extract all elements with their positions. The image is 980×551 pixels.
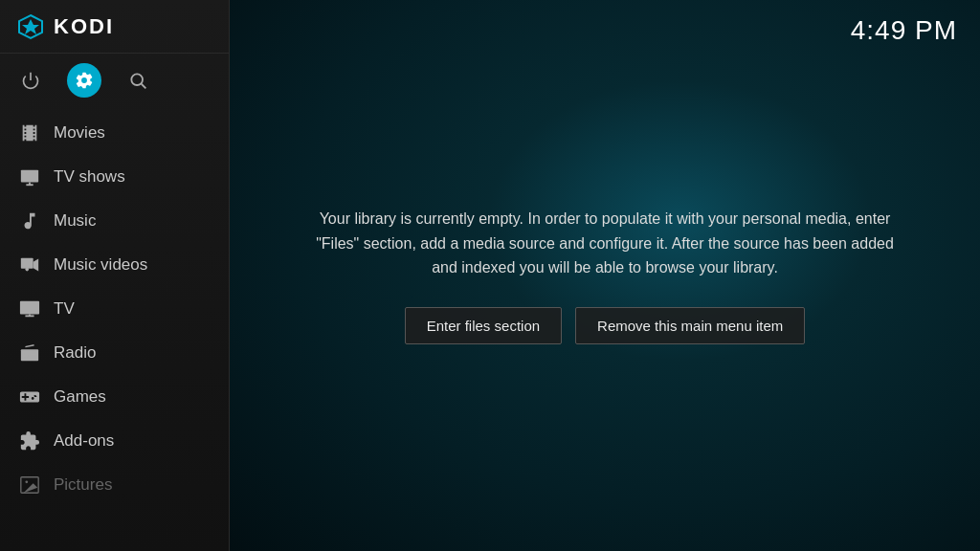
svg-point-3 [131, 74, 143, 85]
svg-point-19 [25, 480, 28, 483]
time-display: 4:49 PM [851, 15, 957, 46]
svg-rect-5 [21, 170, 38, 183]
svg-marker-1 [22, 19, 39, 34]
music-videos-icon [19, 254, 40, 276]
sidebar-toolbar [0, 54, 229, 107]
sidebar-item-games-label: Games [54, 387, 106, 407]
sidebar-nav: Movies TV shows Music [0, 107, 229, 551]
pictures-icon [19, 474, 40, 496]
main-content: 4:49 PM Your library is currently empty.… [230, 0, 980, 551]
kodi-logo-icon [15, 11, 46, 42]
sidebar-item-movies[interactable]: Movies [0, 111, 229, 155]
sidebar-item-music[interactable]: Music [0, 199, 229, 243]
sidebar-item-tv[interactable]: TV [0, 287, 229, 331]
search-button[interactable] [122, 65, 153, 96]
tv-icon [19, 298, 40, 320]
svg-point-9 [25, 268, 29, 272]
sidebar-item-games[interactable]: Games [0, 375, 229, 419]
sidebar-header: KODI [0, 0, 229, 54]
empty-library-box: Your library is currently empty. In orde… [270, 178, 940, 373]
empty-library-message: Your library is currently empty. In orde… [308, 207, 902, 280]
sidebar: KODI Movi [0, 0, 230, 551]
movies-icon [19, 122, 40, 143]
sidebar-item-tv-shows-label: TV shows [54, 167, 125, 187]
music-icon [19, 210, 40, 231]
sidebar-item-radio[interactable]: Radio [0, 331, 229, 375]
sidebar-item-tv-label: TV [54, 299, 75, 319]
tv-shows-icon [19, 166, 40, 187]
sidebar-item-radio-label: Radio [54, 343, 96, 363]
kodi-logo: KODI [15, 11, 114, 42]
sidebar-item-pictures-label: Pictures [54, 475, 112, 495]
svg-line-4 [142, 84, 146, 89]
sidebar-item-add-ons[interactable]: Add-ons [0, 419, 229, 463]
svg-rect-13 [29, 315, 31, 317]
enter-files-section-button[interactable]: Enter files section [405, 307, 562, 344]
sidebar-item-music-label: Music [54, 211, 96, 231]
settings-button[interactable] [69, 65, 100, 96]
sidebar-item-tv-shows[interactable]: TV shows [0, 155, 229, 199]
sidebar-item-movies-label: Movies [54, 123, 105, 143]
sidebar-item-pictures[interactable]: Pictures [0, 463, 229, 507]
sidebar-item-music-videos[interactable]: Music videos [0, 243, 229, 287]
app-name: KODI [54, 14, 114, 39]
power-button[interactable] [15, 65, 46, 96]
sidebar-item-music-videos-label: Music videos [54, 255, 147, 275]
svg-point-15 [24, 353, 29, 358]
radio-icon [19, 342, 40, 364]
action-buttons: Enter files section Remove this main men… [308, 307, 902, 344]
sidebar-item-add-ons-label: Add-ons [54, 431, 114, 451]
games-icon [19, 386, 40, 408]
remove-menu-item-button[interactable]: Remove this main menu item [575, 307, 805, 344]
add-ons-icon [19, 430, 40, 452]
svg-rect-11 [20, 301, 39, 315]
